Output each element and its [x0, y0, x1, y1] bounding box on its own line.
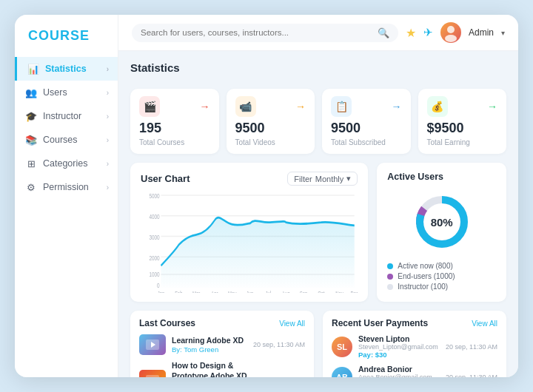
avatar — [440, 22, 461, 43]
chevron-right-icon: › — [107, 65, 109, 73]
legend-label: Active now (800) — [398, 262, 452, 270]
sidebar-item-label: Users — [43, 87, 67, 98]
payment-email: Steven_Lipton@gmail.com — [358, 343, 440, 351]
course-name: Learning Adobe XD — [172, 336, 247, 346]
payment-amount: Pay: $30 — [358, 351, 440, 359]
filter-value: Monthly — [315, 175, 344, 183]
last-courses-title: Last Courses — [139, 318, 195, 328]
instructor-icon: 🎓 — [25, 110, 37, 122]
view-all-courses[interactable]: View All — [279, 320, 305, 328]
sidebar-item-categories[interactable]: ⊞ Categories › — [15, 152, 118, 175]
payment-name: Andrea Bonior — [358, 365, 440, 374]
sidebar-item-instructor[interactable]: 🎓 Instructor › — [15, 104, 118, 128]
chevron-right-icon: › — [107, 112, 109, 121]
chevron-right-icon: › — [107, 89, 109, 97]
stat-value-earning: $9500 — [427, 121, 498, 136]
chevron-right-icon: › — [107, 160, 109, 168]
chart-title: User Chart — [141, 173, 190, 184]
stat-card-subscribed: 📋 → 9500 Total Subscribed — [322, 89, 411, 154]
legend-dot — [387, 274, 393, 280]
donut-label: 80% — [431, 216, 453, 229]
sidebar-item-statistics[interactable]: 📊 Statistics › — [15, 57, 118, 81]
svg-text:Apr: Apr — [211, 290, 218, 293]
header-icons: ★ ✈ Admin ▾ — [406, 22, 505, 43]
payment-info: Steven Lipton Steven_Lipton@gmail.com Pa… — [358, 334, 440, 359]
payment-item: SL Steven Lipton Steven_Lipton@gmail.com… — [332, 334, 497, 359]
chevron-right-icon: › — [107, 136, 109, 144]
active-users-card: Active Users 80% — [377, 163, 506, 302]
course-thumbnail — [139, 334, 166, 355]
svg-text:5000: 5000 — [149, 192, 160, 200]
notification-icon[interactable]: ★ — [406, 26, 416, 40]
chevron-down-icon[interactable]: ▾ — [501, 29, 505, 37]
legend-dot — [387, 284, 393, 290]
payment-date: 20 sep, 11:30 AM — [446, 343, 497, 351]
send-icon[interactable]: ✈ — [423, 26, 433, 39]
svg-text:Aug: Aug — [282, 290, 290, 293]
last-row: Last Courses View All Learning Adobe XD … — [130, 311, 506, 377]
legend-label: End-users (1000) — [398, 272, 455, 280]
recent-payments-title: Recent User Payments — [332, 318, 428, 328]
main-content: 🔍 ★ ✈ Admin ▾ Statistics — [118, 15, 518, 377]
sidebar-item-label: Instructor — [43, 111, 81, 121]
svg-text:Mar: Mar — [192, 290, 201, 293]
svg-text:Jan: Jan — [158, 290, 165, 293]
recent-payments-panel: Recent User Payments View All SL Steven … — [323, 311, 506, 377]
stat-value-videos: 9500 — [235, 121, 306, 136]
sidebar-item-users[interactable]: 👥 Users › — [15, 81, 118, 104]
svg-text:2000: 2000 — [149, 254, 160, 262]
svg-text:May: May — [228, 290, 236, 293]
payment-name: Steven Lipton — [358, 334, 440, 343]
svg-text:0: 0 — [157, 282, 160, 290]
active-users-legend: Active now (800) End-users (1000) Instru… — [387, 262, 496, 293]
course-item: Learning Adobe XD By: Tom Green 20 sep, … — [139, 334, 305, 355]
app-logo: COURSE — [15, 28, 118, 57]
subscribed-stat-icon: 📋 — [331, 96, 352, 117]
legend-item-instructor: Instructor (100) — [387, 283, 496, 291]
sidebar-item-courses[interactable]: 📚 Courses › — [15, 128, 118, 152]
videos-stat-icon: 📹 — [235, 96, 256, 117]
filter-select[interactable]: Filter Monthly ▾ — [287, 172, 358, 186]
page-title: Statistics — [130, 61, 506, 74]
stat-label-earning: Total Earning — [427, 138, 498, 146]
course-date: 20 sep, 11:30 AM — [253, 376, 305, 377]
search-input[interactable] — [141, 28, 373, 37]
course-by: By: Tom Green — [172, 345, 247, 354]
courses-stat-icon: 🎬 — [139, 96, 160, 117]
sidebar-item-label: Categories — [43, 158, 87, 169]
header: 🔍 ★ ✈ Admin ▾ — [118, 15, 518, 51]
users-icon: 👥 — [25, 87, 37, 98]
sidebar-item-permission[interactable]: ⚙ Permission › — [15, 175, 118, 199]
payment-email: Anea.Bonior@gmail.com — [358, 374, 440, 377]
svg-text:Oct: Oct — [318, 290, 325, 293]
stat-card-earning: 💰 → $9500 Total Earning — [418, 89, 507, 154]
app-container: COURSE 📊 Statistics › 👥 Users › 🎓 Instru… — [15, 15, 518, 377]
course-date: 20 sep, 11:30 AM — [253, 341, 305, 348]
search-icon: 🔍 — [378, 27, 389, 38]
filter-label: Filter — [294, 175, 312, 183]
stat-cards: 🎬 → 195 Total Courses 📹 → 9500 Total Vid… — [130, 89, 506, 154]
svg-text:4000: 4000 — [149, 213, 160, 221]
user-chart-card: User Chart Filter Monthly ▾ — [130, 163, 368, 302]
chart-area: 5000 4000 3000 2000 1000 0 — [141, 190, 358, 293]
earning-stat-icon: 💰 — [427, 96, 448, 117]
view-all-payments[interactable]: View All — [472, 320, 497, 328]
course-item: How to Design & Prototype Adobe XD Tutor… — [139, 361, 305, 377]
search-bar[interactable]: 🔍 — [132, 24, 398, 42]
svg-text:Feb: Feb — [175, 290, 182, 293]
sidebar: COURSE 📊 Statistics › 👥 Users › 🎓 Instru… — [15, 15, 118, 377]
legend-item-active: Active now (800) — [387, 262, 496, 270]
last-courses-header: Last Courses View All — [139, 318, 305, 328]
admin-label[interactable]: Admin — [469, 27, 494, 38]
bottom-row: User Chart Filter Monthly ▾ — [130, 163, 506, 302]
payment-item: AB Andrea Bonior Anea.Bonior@gmail.com P… — [332, 365, 497, 377]
stat-label-videos: Total Videos — [235, 138, 306, 146]
courses-icon: 📚 — [25, 134, 37, 146]
sidebar-item-label: Courses — [43, 135, 78, 145]
svg-point-0 — [447, 26, 455, 33]
sidebar-item-label: Permission — [43, 182, 89, 192]
permission-icon: ⚙ — [25, 181, 37, 193]
payment-avatar: AB — [332, 367, 352, 378]
svg-text:1000: 1000 — [149, 270, 160, 278]
active-users-title: Active Users — [387, 172, 443, 182]
